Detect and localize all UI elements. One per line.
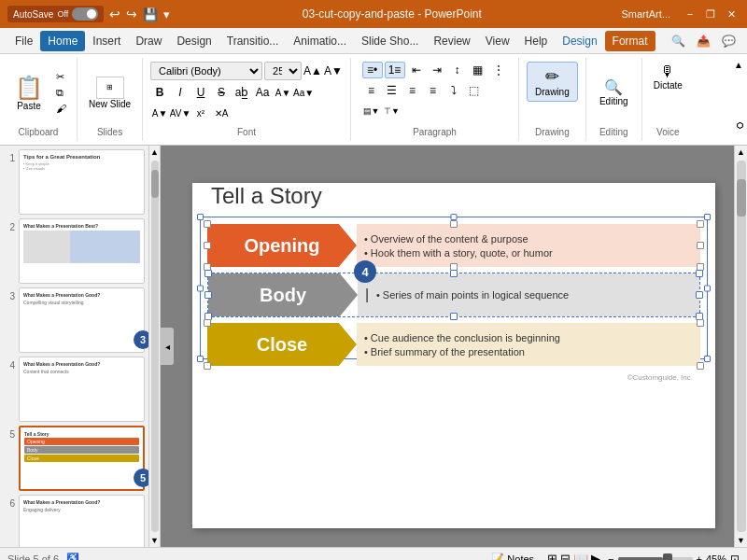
- share-icon[interactable]: 📤: [693, 31, 714, 51]
- collapse-panel-button[interactable]: ◂: [161, 328, 174, 365]
- strikethrough-button[interactable]: S: [212, 84, 231, 101]
- row-handle-tc[interactable]: [450, 220, 458, 228]
- italic-button[interactable]: I: [171, 84, 190, 101]
- scroll-down-button[interactable]: ▼: [148, 534, 161, 547]
- row-handle-tl[interactable]: [204, 220, 211, 228]
- handle-mr[interactable]: [704, 285, 711, 291]
- menu-view[interactable]: View: [478, 31, 517, 51]
- normal-view-button[interactable]: ⊞: [547, 552, 557, 560]
- slideshow-button[interactable]: ▶: [591, 552, 600, 560]
- menu-review[interactable]: Review: [426, 31, 477, 51]
- minimize-button[interactable]: −: [682, 6, 698, 22]
- editing-button[interactable]: 🔍 Editing: [596, 77, 632, 108]
- more-tools-icon[interactable]: ▾: [163, 7, 170, 21]
- slide-thumb-3[interactable]: 3 What Makes a Presentation Good? Compel…: [4, 287, 145, 353]
- slide-img-6[interactable]: What Makes a Presentation Good? Engaging…: [19, 495, 145, 547]
- underline-button[interactable]: U: [191, 84, 210, 101]
- menu-insert[interactable]: Insert: [85, 31, 128, 51]
- text-direction-button[interactable]: ⤵: [444, 82, 463, 99]
- more-options-button[interactable]: ⋮: [489, 62, 508, 78]
- clear-format-button[interactable]: ✕A: [212, 105, 231, 121]
- handle-ml[interactable]: [197, 285, 204, 291]
- canvas-scroll-down[interactable]: ▼: [735, 534, 747, 547]
- handle-br[interactable]: [704, 356, 711, 362]
- row-handle-mr[interactable]: [697, 242, 704, 249]
- slide-img-1[interactable]: Tips for a Great Presentation • Keep it …: [19, 149, 145, 215]
- align-justify-button[interactable]: ≡: [424, 82, 443, 99]
- font-color-button[interactable]: A▼: [274, 84, 292, 101]
- slide-img-3[interactable]: What Makes a Presentation Good? Compelli…: [19, 287, 145, 353]
- canvas-scrollbar-v[interactable]: ▲ ▼: [734, 146, 747, 547]
- align-left-button[interactable]: ≡: [362, 82, 381, 99]
- paste-button[interactable]: 📋 Paste: [7, 71, 50, 115]
- restore-button[interactable]: ❐: [702, 6, 719, 22]
- superscript-button[interactable]: x²: [191, 105, 210, 121]
- decrease-font-button[interactable]: A▼: [324, 63, 343, 79]
- bold-button[interactable]: B: [150, 84, 169, 101]
- menu-slideshow[interactable]: Slide Sho...: [354, 31, 426, 51]
- highlight-button[interactable]: A▼: [150, 105, 169, 121]
- text-columns-button[interactable]: ▦: [469, 62, 487, 78]
- align-right-button[interactable]: ≡: [403, 82, 422, 99]
- row-handle-ml[interactable]: [204, 242, 211, 249]
- slide-thumb-4[interactable]: 4 What Makes a Presentation Good? Conten…: [4, 357, 145, 422]
- scroll-thumb[interactable]: [151, 170, 159, 198]
- slide-panel-scrollbar[interactable]: ▲ ▼: [149, 146, 161, 547]
- autosave-control[interactable]: AutoSave Off: [7, 6, 104, 22]
- slide-thumb-5[interactable]: 5 Tell a Story Opening Body Close 5: [4, 426, 145, 491]
- line-spacing-button[interactable]: ↕: [448, 62, 467, 78]
- zoom-handle[interactable]: [663, 553, 672, 561]
- slide-thumb-6[interactable]: 6 What Makes a Presentation Good? Engagi…: [4, 495, 145, 547]
- close-handle-tl[interactable]: [204, 319, 211, 327]
- slide-thumb-2[interactable]: 2 What Makes a Presentation Best?: [4, 218, 145, 284]
- shadow-button[interactable]: ab̲: [233, 84, 251, 101]
- cut-button[interactable]: ✂: [53, 70, 69, 84]
- redo-icon[interactable]: ↪: [126, 7, 137, 21]
- body-handle-tc[interactable]: [450, 270, 458, 277]
- fit-slide-button[interactable]: ⊡: [730, 553, 740, 561]
- autosave-toggle[interactable]: [72, 7, 98, 21]
- numbering-button[interactable]: 1≡: [385, 62, 405, 78]
- collapse-ribbon-button[interactable]: ▲: [730, 58, 747, 72]
- zoom-in-button[interactable]: +: [697, 553, 702, 561]
- scroll-up-button[interactable]: ▲: [148, 146, 161, 159]
- reading-view-button[interactable]: 📖: [573, 552, 588, 560]
- increase-font-button[interactable]: A▲: [303, 63, 322, 79]
- menu-transitions[interactable]: Transitio...: [219, 31, 287, 51]
- increase-indent-button[interactable]: ⇥: [428, 62, 446, 78]
- menu-animations[interactable]: Animatio...: [286, 31, 354, 51]
- dictate-button[interactable]: 🎙 Dictate: [650, 62, 686, 92]
- close-handle-bl[interactable]: [204, 362, 211, 370]
- slide-img-5[interactable]: Tell a Story Opening Body Close: [19, 426, 145, 491]
- slide-sorter-button[interactable]: ⊟: [560, 552, 571, 560]
- decrease-indent-button[interactable]: ⇤: [407, 62, 426, 78]
- menu-file[interactable]: File: [7, 31, 40, 51]
- slide-thumb-1[interactable]: 1 Tips for a Great Presentation • Keep i…: [4, 149, 145, 215]
- text-align-v-button[interactable]: ⊤▼: [383, 103, 402, 119]
- align-center-button[interactable]: ☰: [383, 82, 402, 99]
- zoom-out-button[interactable]: −: [608, 553, 613, 561]
- body-handle-bc[interactable]: [450, 313, 458, 320]
- row-handle-tr[interactable]: [697, 220, 704, 228]
- menu-help[interactable]: Help: [517, 31, 556, 51]
- menu-smartart-design[interactable]: Design: [555, 31, 604, 51]
- drawing-button[interactable]: ✏ Drawing: [527, 62, 578, 102]
- notes-button[interactable]: 📝 Notes: [486, 551, 540, 560]
- char-spacing-button[interactable]: AV▼: [171, 105, 190, 121]
- handle-tc[interactable]: [451, 214, 458, 220]
- handle-tr[interactable]: [704, 214, 711, 220]
- font-size-select[interactable]: 25: [264, 62, 302, 80]
- menu-home[interactable]: Home: [40, 31, 85, 51]
- menu-format[interactable]: Format: [605, 31, 655, 51]
- add-columns-button[interactable]: ▤▼: [362, 103, 381, 119]
- body-handle-tr[interactable]: [696, 270, 703, 277]
- canvas-scroll-up[interactable]: ▲: [735, 146, 747, 159]
- search-icon[interactable]: 🔍: [668, 31, 689, 51]
- slide-img-4[interactable]: What Makes a Presentation Good? Content …: [19, 357, 145, 422]
- handle-bl[interactable]: [197, 356, 204, 362]
- canvas-scroll-thumb[interactable]: [737, 179, 746, 217]
- body-handle-mr[interactable]: [696, 291, 703, 299]
- close-button[interactable]: ✕: [723, 6, 740, 22]
- body-handle-ml[interactable]: [204, 291, 212, 299]
- menu-draw[interactable]: Draw: [128, 31, 169, 51]
